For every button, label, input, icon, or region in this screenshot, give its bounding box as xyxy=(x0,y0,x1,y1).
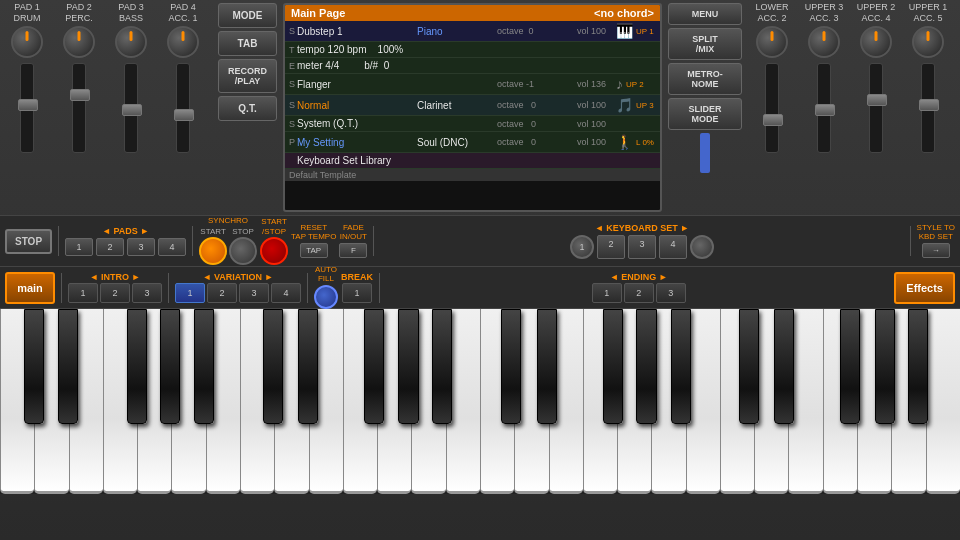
start-stop-btn[interactable] xyxy=(260,237,288,265)
black-key-fs4[interactable] xyxy=(840,309,860,424)
break-btn-1[interactable]: 1 xyxy=(342,283,372,303)
pad2-knob[interactable] xyxy=(63,26,95,58)
kbd-btn-1[interactable]: 1 xyxy=(570,235,594,259)
main-container: PAD 1DRUM PAD 2PERC. PAD 3BASS xyxy=(0,0,960,540)
pad4-knob[interactable] xyxy=(167,26,199,58)
pad1-knob[interactable] xyxy=(11,26,43,58)
reset-section: RESETTAP TEMPO TAP xyxy=(291,224,336,258)
intro-btn-1[interactable]: 1 xyxy=(68,283,98,303)
upper1-fader[interactable] xyxy=(921,63,935,153)
black-key-cs2[interactable] xyxy=(263,309,283,424)
song-row-8[interactable]: Keyboard Set Library xyxy=(285,153,660,169)
ending-btn-1[interactable]: 1 xyxy=(592,283,622,303)
black-key-ds3[interactable] xyxy=(537,309,557,424)
intro-section: ◄ INTRO ► 1 2 3 xyxy=(68,272,162,303)
sep1 xyxy=(58,226,59,256)
style-to-kbd-btn[interactable]: → xyxy=(922,243,950,258)
tab-button[interactable]: TAB xyxy=(218,31,277,56)
lower-acc2-knob[interactable] xyxy=(756,26,788,58)
upper2-fader[interactable] xyxy=(869,63,883,153)
black-key-ds4[interactable] xyxy=(774,309,794,424)
main-button[interactable]: main xyxy=(5,272,55,304)
black-key-fs2[interactable] xyxy=(364,309,384,424)
reset-btn[interactable]: TAP xyxy=(300,243,328,258)
black-key-ds1[interactable] xyxy=(58,309,78,424)
black-key-fs1[interactable] xyxy=(127,309,147,424)
variation-btn-2[interactable]: 2 xyxy=(207,283,237,303)
black-key-cs4[interactable] xyxy=(739,309,759,424)
mode-button[interactable]: MODE xyxy=(218,3,277,28)
song-row-2[interactable]: T tempo 120 bpm 100% xyxy=(285,42,660,58)
black-key-gs2[interactable] xyxy=(398,309,418,424)
black-key-ds2[interactable] xyxy=(298,309,318,424)
black-key-fs3[interactable] xyxy=(603,309,623,424)
black-key-gs3[interactable] xyxy=(636,309,656,424)
pad4-fader[interactable] xyxy=(176,63,190,153)
top-area: PAD 1DRUM PAD 2PERC. PAD 3BASS xyxy=(0,0,960,215)
black-key-gs1[interactable] xyxy=(160,309,180,424)
song-row-5[interactable]: S Normal Clarinet octave 0 vol 100 🎵 UP … xyxy=(285,95,660,116)
pads-btn-2[interactable]: 2 xyxy=(96,238,124,256)
variation-btn-1[interactable]: 1 xyxy=(175,283,205,303)
kbd-btn-3[interactable]: 3 xyxy=(628,235,656,259)
menu-button[interactable]: MENU xyxy=(668,3,742,25)
fade-btn[interactable]: F xyxy=(339,243,367,258)
split-mix-button[interactable]: SPLIT/MIX xyxy=(668,28,742,60)
upper1-knob[interactable] xyxy=(912,26,944,58)
synchro-label: SYNCHRO xyxy=(208,217,248,226)
display-footer: Default Template xyxy=(285,169,660,181)
black-key-as3[interactable] xyxy=(671,309,691,424)
metronome-button[interactable]: METRO-NOME xyxy=(668,63,742,95)
kbd-btn-last[interactable] xyxy=(690,235,714,259)
synchro-stop-btn[interactable] xyxy=(229,237,257,265)
upper3-thumb xyxy=(815,104,835,116)
record-play-button[interactable]: RECORD/PLAY xyxy=(218,59,277,93)
controls-strip: STOP ◄ PADS ► 1 2 3 4 SYNCHRO START ST xyxy=(0,215,960,267)
song-row-6[interactable]: S System (Q.T.) octave 0 vol 100 xyxy=(285,116,660,132)
up-indicator-7: L 0% xyxy=(636,138,654,147)
pad2-fader[interactable] xyxy=(72,63,86,153)
song-row-3[interactable]: E meter 4/4 b/# 0 xyxy=(285,58,660,74)
ending-btn-3[interactable]: 3 xyxy=(656,283,686,303)
song-info-7: octave 0 xyxy=(497,137,577,147)
pads-btn-1[interactable]: 1 xyxy=(65,238,93,256)
qt-button[interactable]: Q.T. xyxy=(218,96,277,121)
black-key-cs1[interactable] xyxy=(24,309,44,424)
upper3-fader[interactable] xyxy=(817,63,831,153)
black-key-cs3[interactable] xyxy=(501,309,521,424)
stop-button[interactable]: STOP xyxy=(5,229,52,254)
kbd-btn-2[interactable]: 2 xyxy=(597,235,625,259)
variation-btn-4[interactable]: 4 xyxy=(271,283,301,303)
black-key-as4[interactable] xyxy=(908,309,928,424)
pad3-knob[interactable] xyxy=(115,26,147,58)
slider-mode-button[interactable]: SLIDERMODE xyxy=(668,98,742,130)
black-key-as1[interactable] xyxy=(194,309,214,424)
display-content[interactable]: S Dubstep 1 Piano octave 0 vol 100 🎹 UP … xyxy=(285,21,660,169)
intro-btn-3[interactable]: 3 xyxy=(132,283,162,303)
black-key-as2[interactable] xyxy=(432,309,452,424)
piano-keyboard[interactable]: .wk { flex:1; background:linear-gradient… xyxy=(0,309,960,494)
upper2-knob[interactable] xyxy=(860,26,892,58)
intro-btn-2[interactable]: 2 xyxy=(100,283,130,303)
black-key-gs4[interactable] xyxy=(875,309,895,424)
pad1-fader[interactable] xyxy=(20,63,34,153)
pads-btn-3[interactable]: 3 xyxy=(127,238,155,256)
kbd-btn-4[interactable]: 4 xyxy=(659,235,687,259)
pad3-fader[interactable] xyxy=(124,63,138,153)
lower-acc2-fader[interactable] xyxy=(765,63,779,153)
auto-fill-btn[interactable] xyxy=(314,285,338,309)
song-row-7[interactable]: P My Setting Soul (DNC) octave 0 vol 100… xyxy=(285,132,660,153)
song-row-4[interactable]: S Flanger octave -1 vol 136 ♪ UP 2 xyxy=(285,74,660,95)
effects-button[interactable]: Effects xyxy=(894,272,955,304)
pad1-label: PAD 1DRUM xyxy=(14,2,41,24)
upper3-knob[interactable] xyxy=(808,26,840,58)
variation-btn-3[interactable]: 3 xyxy=(239,283,269,303)
white-key-b4[interactable] xyxy=(926,309,960,494)
synchro-start-btn[interactable] xyxy=(199,237,227,265)
intro-label: ◄ INTRO ► xyxy=(90,272,141,282)
sep3 xyxy=(373,226,374,256)
ending-btn-2[interactable]: 2 xyxy=(624,283,654,303)
song-row-1[interactable]: S Dubstep 1 Piano octave 0 vol 100 🎹 UP … xyxy=(285,21,660,42)
pads-btn-4[interactable]: 4 xyxy=(158,238,186,256)
song-vol-5: vol 100 xyxy=(577,100,606,110)
